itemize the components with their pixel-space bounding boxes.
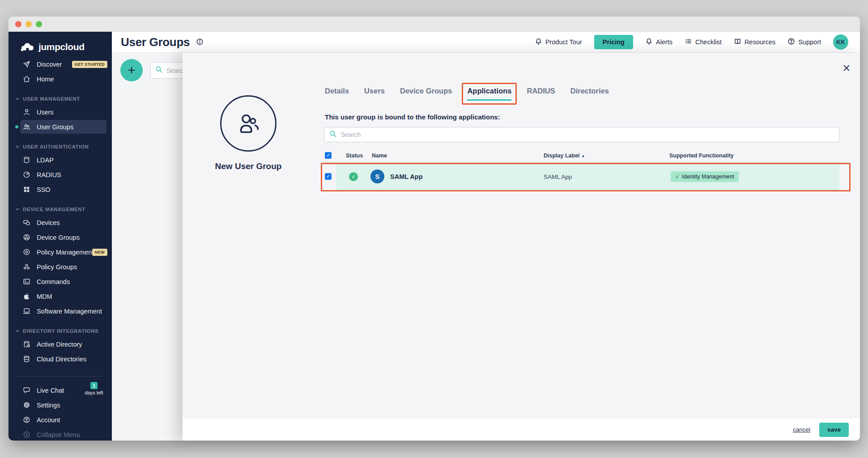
window-titlebar — [9, 17, 860, 32]
user-group-avatar — [220, 95, 277, 152]
applications-table: ✓ Status Name Display Label▲ Supported F… — [324, 149, 839, 191]
alerts-button[interactable]: Alerts — [645, 38, 672, 47]
tab-directories[interactable]: Directories — [570, 87, 609, 101]
account-icon — [23, 416, 30, 424]
sidebar-item-sso[interactable]: SSO — [9, 182, 112, 197]
sidebar-item-cloud-directories[interactable]: Cloud Directories — [9, 352, 112, 366]
table-row[interactable]: ✓ ✓ S SAML App SAML App ✓ Identity Manag… — [324, 163, 839, 191]
jumpcloud-logo-text: jumpcloud — [38, 42, 85, 52]
sidebar-item-commands[interactable]: Commands — [9, 274, 112, 289]
header-nav: Product Tour Pricing Alerts Checklist Re… — [535, 34, 860, 50]
page-title: User Groups — [121, 35, 190, 49]
add-user-group-button[interactable]: + — [120, 59, 143, 81]
table-header-row: ✓ Status Name Display Label▲ Supported F… — [324, 149, 839, 163]
save-button[interactable]: save — [819, 423, 849, 437]
sidebar-item-ldap[interactable]: LDAP — [9, 153, 112, 167]
user-avatar[interactable]: KK — [833, 34, 848, 50]
sidebar-item-active-directory[interactable]: Active Directory — [9, 337, 112, 352]
sidebar-section-directory-integrations[interactable]: DIRECTORY INTEGRATIONS — [9, 325, 112, 337]
sidebar-item-discover[interactable]: Discover GET STARTED — [9, 57, 112, 72]
jumpcloud-cloud-icon — [20, 42, 34, 52]
sidebar-item-devices[interactable]: Devices — [9, 215, 112, 230]
tab-users[interactable]: Users — [364, 87, 385, 101]
info-icon[interactable] — [196, 38, 204, 46]
chevron-down-icon — [15, 329, 20, 333]
sidebar-item-mdm[interactable]: MDM — [9, 289, 112, 304]
app-display-label: SAML App — [544, 174, 572, 180]
tab-details[interactable]: Details — [325, 87, 349, 101]
app-window: jumpcloud Discover GET STARTED Home USER… — [9, 17, 860, 441]
policy-groups-icon — [23, 263, 30, 271]
trial-countdown: 1 days left — [81, 382, 106, 395]
sidebar-item-label: Home — [37, 76, 54, 83]
applications-search-input[interactable] — [341, 131, 839, 138]
functionality-badge: ✓ Identity Management — [671, 171, 739, 182]
sidebar-divider — [15, 376, 105, 377]
sidebar-item-policy-management[interactable]: Policy Management NEW — [9, 245, 112, 259]
sidebar-item-users[interactable]: Users — [9, 105, 112, 119]
new-badge: NEW — [92, 249, 107, 256]
select-all-checkbox[interactable]: ✓ — [325, 152, 332, 159]
close-window-button[interactable] — [15, 21, 21, 27]
group-name: New User Group — [190, 161, 306, 171]
sidebar-item-device-groups[interactable]: Device Groups — [9, 230, 112, 245]
sidebar-item-account[interactable]: Account — [9, 412, 112, 427]
sso-grid-icon — [23, 186, 30, 193]
sidebar-item-radius[interactable]: RADIUS — [9, 167, 112, 182]
laptop-icon — [23, 307, 30, 315]
product-tour-button[interactable]: Product Tour — [535, 38, 582, 47]
column-header-name: Name — [372, 153, 387, 159]
row-checkbox[interactable]: ✓ — [325, 173, 332, 180]
panel-footer: cancel save — [183, 419, 860, 441]
collapse-icon — [23, 431, 30, 438]
support-button[interactable]: Support — [787, 38, 821, 47]
column-header-display-label[interactable]: Display Label▲ — [544, 153, 585, 159]
sort-asc-icon: ▲ — [582, 154, 585, 158]
get-started-badge: GET STARTED — [72, 61, 107, 68]
sidebar: jumpcloud Discover GET STARTED Home USER… — [9, 32, 112, 441]
bound-applications-description: This user group is bound to the followin… — [325, 113, 500, 121]
sidebar-item-home[interactable]: Home — [9, 72, 112, 86]
sidebar-item-live-chat[interactable]: Live Chat 1 days left — [9, 383, 112, 398]
sidebar-section-user-management[interactable]: USER MANAGEMENT — [9, 93, 112, 105]
checklist-button[interactable]: Checklist — [685, 38, 722, 47]
tab-device-groups[interactable]: Device Groups — [400, 87, 452, 101]
checklist-icon — [685, 38, 692, 47]
app-name: SAML App — [390, 173, 423, 180]
jumpcloud-logo: jumpcloud — [9, 37, 112, 57]
chevron-down-icon — [15, 207, 20, 212]
radius-icon — [23, 171, 30, 178]
user-icon — [23, 108, 30, 116]
trial-days-caption: days left — [81, 390, 106, 395]
main-header: User Groups Product Tour Pricing Alerts … — [112, 32, 860, 53]
app-avatar: S — [370, 170, 384, 183]
bell-icon — [535, 38, 542, 47]
minimize-window-button[interactable] — [26, 21, 32, 27]
tab-radius[interactable]: RADIUS — [527, 87, 555, 101]
book-icon — [734, 38, 741, 47]
tab-applications[interactable]: Applications — [467, 87, 511, 101]
sidebar-section-user-authentication[interactable]: USER AUTHENTICATION — [9, 141, 112, 153]
active-indicator-dot — [15, 125, 18, 128]
search-icon — [329, 130, 337, 140]
applications-search-box[interactable] — [324, 127, 839, 142]
trial-days-badge: 1 — [90, 382, 98, 389]
search-icon — [155, 66, 163, 75]
check-icon: ✓ — [675, 174, 679, 180]
pricing-button[interactable]: Pricing — [594, 35, 633, 49]
chevron-down-icon — [15, 97, 20, 101]
cancel-button[interactable]: cancel — [793, 426, 810, 433]
zoom-window-button[interactable] — [36, 21, 42, 27]
bell-icon — [645, 38, 653, 47]
sidebar-item-policy-groups[interactable]: Policy Groups — [9, 259, 112, 274]
policy-management-icon — [23, 248, 30, 256]
gear-icon — [23, 401, 30, 409]
resources-button[interactable]: Resources — [734, 38, 775, 47]
close-icon[interactable]: × — [838, 60, 855, 76]
sidebar-item-user-groups[interactable]: User Groups — [9, 119, 112, 134]
apple-icon — [23, 293, 30, 300]
sidebar-item-software-management[interactable]: Software Management — [9, 304, 112, 318]
sidebar-item-settings[interactable]: Settings — [9, 398, 112, 412]
sidebar-item-collapse-menu[interactable]: Collapse Menu — [9, 427, 112, 441]
sidebar-section-device-management[interactable]: DEVICE MANAGEMENT — [9, 204, 112, 215]
